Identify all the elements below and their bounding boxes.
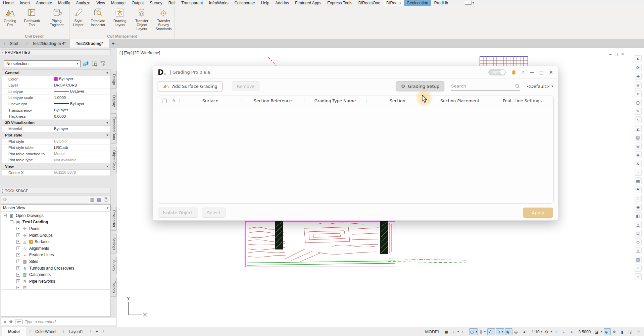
close-icon[interactable]: ✕ (3, 320, 7, 324)
tree-item-partial[interactable]: + ▤ (1, 285, 110, 289)
earthwork-tool-button[interactable]: Earthwork Tool (20, 8, 44, 27)
piping-engineer-button[interactable]: Piping Engineer (44, 8, 69, 27)
tree-item-alignments[interactable]: + ∿ Alignments (1, 245, 110, 252)
file-tab[interactable]: Test1Grading* (70, 39, 109, 48)
notification-bell-icon[interactable] (511, 70, 516, 75)
tree-expander[interactable]: + (16, 240, 20, 244)
property-row[interactable]: Color ByLayer (2, 76, 110, 82)
property-row[interactable]: Plot style table LRC.ctb (2, 145, 110, 151)
theme-toggle[interactable]: Light (488, 69, 506, 75)
tree-item-sites[interactable]: + ▦ Sites (1, 258, 110, 265)
pen-box-icon[interactable]: ◪▾ (594, 328, 603, 335)
side-toolbar-icon[interactable]: ▤ (635, 134, 642, 141)
side-toolbar-icon[interactable]: ◇ (635, 238, 642, 245)
palette-side-tab[interactable]: Display (111, 92, 117, 110)
snap-icon[interactable]: ∷▾ (452, 328, 460, 335)
isolate-objects-icon[interactable]: ▫ (561, 328, 568, 335)
style-helper-button[interactable]: Style Helper (69, 8, 87, 31)
minimize-icon[interactable]: ‒ (609, 52, 611, 56)
ribbon-collapse-control[interactable]: ▴ ▾ (465, 1, 474, 5)
ortho-icon[interactable]: ∟ (460, 328, 468, 335)
graphics-performance-icon[interactable]: ● (569, 328, 576, 335)
property-row[interactable]: Transparency ByLayer (2, 107, 110, 114)
property-value[interactable] (35, 120, 110, 126)
side-toolbar-icon[interactable]: △ (635, 221, 642, 228)
property-value[interactable]: ByLayer (52, 126, 110, 132)
tree-item-catchments[interactable]: + ▧ Catchments (1, 271, 110, 278)
transfer-survey-standards-button[interactable]: Transfer Survey Standards (153, 8, 175, 31)
tree-expander[interactable]: + (16, 233, 20, 237)
menu-item[interactable]: Manage (108, 0, 129, 6)
side-toolbar-icon[interactable]: ◭ (635, 125, 642, 132)
ribbon-group-label[interactable]: Civil Management (69, 34, 175, 38)
menu-item[interactable]: Insert (17, 0, 33, 6)
property-value[interactable] (22, 132, 110, 138)
side-toolbar-icon[interactable]: ∿ (635, 116, 642, 123)
command-input[interactable]: Type a command (25, 320, 56, 324)
side-toolbar-icon[interactable]: ⚑ (635, 186, 642, 193)
pickadd-toggle-icon[interactable] (83, 61, 89, 67)
app-blue-icon[interactable]: ▮ (620, 328, 627, 335)
side-toolbar-icon[interactable]: ▢ (635, 99, 642, 106)
property-value[interactable]: DROP CURB (52, 82, 110, 88)
side-toolbar-icon[interactable]: ○ (635, 265, 642, 272)
tree-expander[interactable]: − (10, 220, 13, 224)
ribbon-collapse-icon[interactable]: ▴ (465, 1, 472, 5)
side-toolbar-icon[interactable]: ⊕ (635, 81, 642, 89)
toolspace-view-dropdown[interactable]: Master View (1, 205, 111, 211)
close-icon[interactable]: ✕ (621, 52, 624, 56)
property-row[interactable]: Plot style (2, 132, 110, 138)
menu-item[interactable]: Survey (147, 0, 165, 6)
menu-item[interactable]: Geolocation (404, 0, 431, 6)
selection-dropdown[interactable]: No selection (4, 60, 81, 67)
column-header[interactable]: Section Reference (242, 98, 304, 103)
command-line[interactable]: ✕ ⚒ ▤▾ Type a command (1, 318, 116, 326)
menu-item[interactable]: ProdLib (431, 0, 451, 6)
transfer-object-layers-button[interactable]: Transfer Object Layers (131, 8, 153, 31)
side-toolbar-icon[interactable]: ◬ (635, 247, 642, 254)
grid-icon[interactable]: ▦ (443, 328, 451, 335)
side-toolbar-icon[interactable]: ⟳ (635, 64, 642, 71)
menu-item[interactable]: View (93, 0, 108, 6)
menu-item[interactable]: Output (129, 0, 147, 6)
tree-item-test1grading[interactable]: − ▤ Test1Grading (1, 219, 110, 226)
tree-item-open-drawings[interactable]: − ▣ Open Drawings (1, 212, 110, 219)
panel-layout-icon[interactable]: ▥ (90, 197, 94, 202)
palette-side-tab[interactable]: Extended Data (111, 113, 117, 143)
annotation-autoscale-icon[interactable]: ◎ (513, 328, 521, 335)
menu-item[interactable]: Analyze (73, 0, 93, 6)
menu-item[interactable]: Rail (165, 0, 179, 6)
menu-item[interactable]: Featured Apps (292, 0, 324, 6)
property-row[interactable]: Linetype scale 1.0000 (2, 95, 110, 101)
menu-item[interactable]: InfraWorks (206, 0, 232, 6)
side-toolbar-icon[interactable]: ▦ (635, 177, 642, 184)
side-toolbar-icon[interactable]: ⊡ (635, 230, 642, 237)
menu-item[interactable]: DiRoots (383, 0, 404, 6)
item-view-icon[interactable]: ▦ (97, 197, 101, 202)
file-tab[interactable]: Start (0, 39, 22, 48)
menu-item[interactable]: Help (258, 0, 273, 6)
tag-icon[interactable]: ◈ (604, 328, 611, 335)
help-icon[interactable]: ? (522, 70, 524, 75)
property-row[interactable]: View (2, 163, 110, 170)
tree-expander[interactable]: + (16, 246, 20, 250)
apply-button[interactable]: Apply (523, 208, 553, 218)
property-row[interactable]: Layer DROP CURB (2, 82, 110, 89)
property-row[interactable]: Material ByLayer (2, 126, 110, 132)
property-value[interactable]: 0.0000 (52, 113, 110, 119)
side-toolbar-icon[interactable]: ≡ (635, 273, 642, 280)
tree-item-turnouts[interactable]: + ⋔ Turnouts and Crossovers (1, 265, 110, 272)
property-value[interactable]: LRC.ctb (52, 145, 110, 151)
property-value[interactable]: ByLayer (52, 76, 110, 82)
quick-select-icon[interactable] (100, 61, 106, 67)
drawing-layers-button[interactable]: Drawing Layers (109, 8, 131, 31)
side-toolbar-icon[interactable]: ✚ (635, 73, 642, 80)
column-header[interactable]: Grading Type Name (304, 98, 366, 103)
osnap-tracking-icon[interactable]: ∠ (487, 328, 495, 335)
model-space-label[interactable]: MODEL (425, 330, 440, 334)
app-colored-icon[interactable]: ❖ (611, 328, 619, 335)
viewport-control[interactable]: [Top] (124, 51, 133, 55)
palette-grip[interactable] (2, 189, 3, 193)
property-row[interactable]: Center X 501116.8678 (2, 170, 110, 176)
layout-tab[interactable]: ColorWheel (26, 327, 60, 336)
